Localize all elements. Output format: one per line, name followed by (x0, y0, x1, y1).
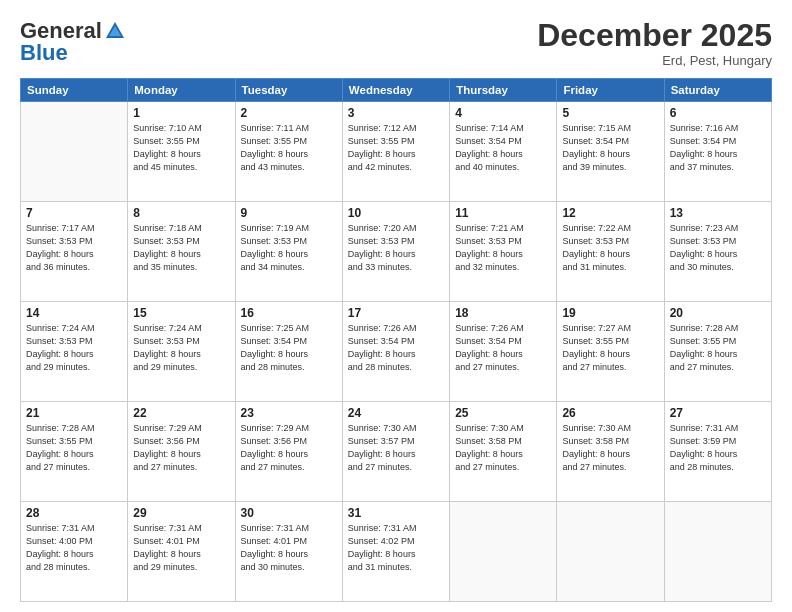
day-info-line: Daylight: 8 hours (26, 348, 122, 361)
day-info-line: Sunrise: 7:28 AM (670, 322, 766, 335)
day-info-line: Sunset: 3:54 PM (348, 335, 444, 348)
calendar-cell-w1-d5: 4Sunrise: 7:14 AMSunset: 3:54 PMDaylight… (450, 102, 557, 202)
day-info-line: Sunset: 3:55 PM (562, 335, 658, 348)
header: General Blue December 2025 Erd, Pest, Hu… (20, 18, 772, 68)
day-info-line: Sunrise: 7:31 AM (348, 522, 444, 535)
day-info-line: and 28 minutes. (348, 361, 444, 374)
day-info-line: Sunrise: 7:30 AM (348, 422, 444, 435)
day-info-line: Daylight: 8 hours (241, 348, 337, 361)
calendar-cell-w4-d4: 24Sunrise: 7:30 AMSunset: 3:57 PMDayligh… (342, 402, 449, 502)
day-number: 17 (348, 306, 444, 320)
day-number: 20 (670, 306, 766, 320)
day-info-line: Daylight: 8 hours (26, 448, 122, 461)
day-info-line: Daylight: 8 hours (348, 448, 444, 461)
day-info-line: and 27 minutes. (670, 361, 766, 374)
calendar-cell-w3-d5: 18Sunrise: 7:26 AMSunset: 3:54 PMDayligh… (450, 302, 557, 402)
day-info-line: Sunrise: 7:17 AM (26, 222, 122, 235)
day-number: 6 (670, 106, 766, 120)
calendar-cell-w3-d2: 15Sunrise: 7:24 AMSunset: 3:53 PMDayligh… (128, 302, 235, 402)
day-info-line: Sunrise: 7:26 AM (455, 322, 551, 335)
day-number: 30 (241, 506, 337, 520)
day-info-line: and 27 minutes. (133, 461, 229, 474)
day-info-line: Daylight: 8 hours (348, 348, 444, 361)
day-info-line: and 31 minutes. (348, 561, 444, 574)
day-info-line: Sunset: 4:02 PM (348, 535, 444, 548)
day-info-line: and 27 minutes. (562, 461, 658, 474)
day-number: 31 (348, 506, 444, 520)
day-info-line: and 40 minutes. (455, 161, 551, 174)
day-info-line: Daylight: 8 hours (455, 348, 551, 361)
day-info-line: Sunrise: 7:21 AM (455, 222, 551, 235)
day-info-line: Daylight: 8 hours (562, 348, 658, 361)
day-number: 29 (133, 506, 229, 520)
day-info-line: Sunset: 3:58 PM (455, 435, 551, 448)
day-info-line: Sunrise: 7:29 AM (133, 422, 229, 435)
day-number: 19 (562, 306, 658, 320)
calendar-cell-w4-d3: 23Sunrise: 7:29 AMSunset: 3:56 PMDayligh… (235, 402, 342, 502)
day-info-line: and 43 minutes. (241, 161, 337, 174)
location: Erd, Pest, Hungary (537, 53, 772, 68)
day-info-line: Daylight: 8 hours (455, 448, 551, 461)
day-info-line: Sunset: 3:53 PM (26, 235, 122, 248)
day-number: 8 (133, 206, 229, 220)
day-info-line: Sunset: 3:54 PM (455, 135, 551, 148)
day-info-line: and 30 minutes. (670, 261, 766, 274)
title-block: December 2025 Erd, Pest, Hungary (537, 18, 772, 68)
day-number: 24 (348, 406, 444, 420)
calendar-cell-w1-d7: 6Sunrise: 7:16 AMSunset: 3:54 PMDaylight… (664, 102, 771, 202)
calendar-cell-w5-d7 (664, 502, 771, 602)
day-info-line: and 29 minutes. (133, 561, 229, 574)
week-row-3: 14Sunrise: 7:24 AMSunset: 3:53 PMDayligh… (21, 302, 772, 402)
day-info-line: Daylight: 8 hours (348, 548, 444, 561)
day-info-line: Sunset: 3:59 PM (670, 435, 766, 448)
day-number: 22 (133, 406, 229, 420)
calendar-cell-w2-d3: 9Sunrise: 7:19 AMSunset: 3:53 PMDaylight… (235, 202, 342, 302)
day-number: 7 (26, 206, 122, 220)
header-tuesday: Tuesday (235, 79, 342, 102)
day-info-line: Daylight: 8 hours (670, 148, 766, 161)
day-number: 23 (241, 406, 337, 420)
day-info-line: Sunrise: 7:29 AM (241, 422, 337, 435)
day-info-line: and 27 minutes. (562, 361, 658, 374)
header-friday: Friday (557, 79, 664, 102)
day-info-line: Sunset: 3:54 PM (455, 335, 551, 348)
day-info-line: Sunset: 4:01 PM (133, 535, 229, 548)
day-info-line: Daylight: 8 hours (133, 248, 229, 261)
day-number: 25 (455, 406, 551, 420)
day-info-line: Sunrise: 7:25 AM (241, 322, 337, 335)
logo-icon (104, 20, 126, 42)
calendar-cell-w5-d5 (450, 502, 557, 602)
day-info-line: and 35 minutes. (133, 261, 229, 274)
day-info-line: Sunrise: 7:24 AM (26, 322, 122, 335)
day-info-line: Daylight: 8 hours (455, 148, 551, 161)
day-number: 3 (348, 106, 444, 120)
day-info-line: Sunrise: 7:20 AM (348, 222, 444, 235)
day-number: 9 (241, 206, 337, 220)
calendar-cell-w2-d2: 8Sunrise: 7:18 AMSunset: 3:53 PMDaylight… (128, 202, 235, 302)
day-info-line: Sunset: 3:55 PM (26, 435, 122, 448)
day-info-line: and 39 minutes. (562, 161, 658, 174)
day-info-line: Sunset: 3:55 PM (241, 135, 337, 148)
day-info-line: Sunset: 3:53 PM (348, 235, 444, 248)
day-info-line: Daylight: 8 hours (562, 248, 658, 261)
day-info-line: Sunset: 3:53 PM (241, 235, 337, 248)
day-info-line: Sunset: 3:56 PM (241, 435, 337, 448)
calendar-table: Sunday Monday Tuesday Wednesday Thursday… (20, 78, 772, 602)
calendar-cell-w1-d4: 3Sunrise: 7:12 AMSunset: 3:55 PMDaylight… (342, 102, 449, 202)
day-info-line: Sunrise: 7:28 AM (26, 422, 122, 435)
day-info-line: Daylight: 8 hours (241, 448, 337, 461)
calendar-cell-w1-d3: 2Sunrise: 7:11 AMSunset: 3:55 PMDaylight… (235, 102, 342, 202)
day-info-line: Sunrise: 7:12 AM (348, 122, 444, 135)
day-info-line: and 32 minutes. (455, 261, 551, 274)
calendar-cell-w5-d4: 31Sunrise: 7:31 AMSunset: 4:02 PMDayligh… (342, 502, 449, 602)
day-info-line: Sunset: 4:01 PM (241, 535, 337, 548)
header-sunday: Sunday (21, 79, 128, 102)
day-info-line: Sunrise: 7:16 AM (670, 122, 766, 135)
weekday-header-row: Sunday Monday Tuesday Wednesday Thursday… (21, 79, 772, 102)
calendar-cell-w2-d7: 13Sunrise: 7:23 AMSunset: 3:53 PMDayligh… (664, 202, 771, 302)
day-info-line: Sunrise: 7:31 AM (26, 522, 122, 535)
day-number: 1 (133, 106, 229, 120)
calendar-cell-w5-d3: 30Sunrise: 7:31 AMSunset: 4:01 PMDayligh… (235, 502, 342, 602)
day-info-line: and 28 minutes. (26, 561, 122, 574)
day-info-line: Daylight: 8 hours (133, 348, 229, 361)
